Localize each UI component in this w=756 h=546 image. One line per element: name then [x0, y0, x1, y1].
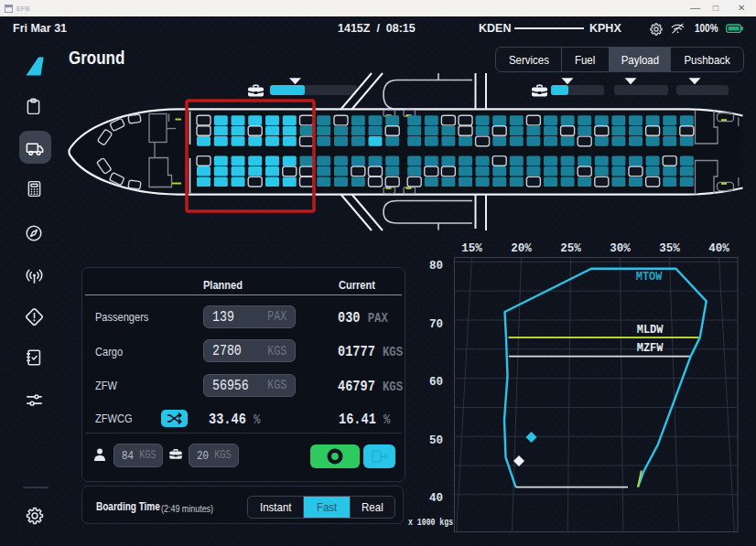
- svg-text:80: 80: [429, 260, 443, 273]
- svg-text:60: 60: [429, 376, 443, 389]
- svg-text:20%: 20%: [511, 242, 532, 255]
- svg-text:MLDW: MLDW: [637, 324, 664, 337]
- svg-text:25%: 25%: [560, 242, 581, 255]
- svg-text:MTOW: MTOW: [636, 271, 664, 284]
- svg-text:70: 70: [429, 318, 443, 331]
- svg-text:40%: 40%: [708, 242, 729, 255]
- svg-text:x 1000 kgs: x 1000 kgs: [408, 518, 453, 529]
- svg-text:50: 50: [429, 434, 443, 447]
- svg-text:MZFW: MZFW: [637, 342, 664, 355]
- svg-text:15%: 15%: [461, 242, 482, 255]
- svg-text:40: 40: [429, 492, 443, 505]
- svg-text:35%: 35%: [659, 242, 680, 255]
- svg-text:30%: 30%: [610, 242, 631, 255]
